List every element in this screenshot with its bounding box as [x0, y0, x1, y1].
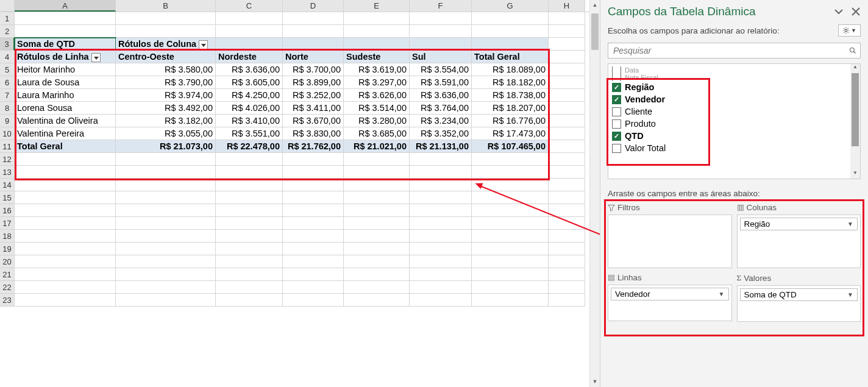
chevron-down-icon[interactable]: ▼ [847, 221, 853, 227]
field-item-data[interactable]: Data [608, 66, 860, 74]
field-list-scrollbar[interactable]: ▲ ▼ [850, 64, 860, 179]
scroll-thumb[interactable] [852, 73, 859, 146]
pivot-data-cell[interactable]: R$ 3.252,00 [283, 89, 344, 102]
pivot-data-cell[interactable]: R$ 3.636,00 [216, 63, 283, 76]
area-columns[interactable]: Colunas Região▼ [737, 203, 861, 268]
pivot-data-cell[interactable]: R$ 3.700,00 [283, 63, 344, 76]
pivot-data-cell[interactable]: R$ 3.899,00 [283, 76, 344, 89]
row-header[interactable]: 14 [0, 179, 15, 191]
pivot-data-cell[interactable]: R$ 3.410,00 [216, 115, 283, 127]
area-values[interactable]: ΣValores Soma de QTD▼ [737, 273, 861, 322]
pivot-data-cell[interactable]: R$ 3.670,00 [283, 115, 344, 127]
search-input[interactable] [612, 45, 849, 56]
pivot-data-cell[interactable]: R$ 3.974,00 [116, 89, 216, 102]
field-item-cliente[interactable]: Cliente [608, 105, 860, 118]
chevron-down-icon[interactable] [834, 7, 844, 16]
field-item-produto[interactable]: Produto [608, 118, 860, 130]
pivot-data-cell[interactable]: R$ 3.234,00 [410, 115, 472, 127]
field-item-vendedor[interactable]: ✓Vendedor [608, 93, 860, 105]
pivot-data-cell[interactable]: R$ 18.182,00 [472, 76, 549, 89]
pivot-data-cell[interactable]: R$ 3.619,00 [344, 63, 410, 76]
row-header[interactable]: 23 [0, 294, 15, 307]
checkbox[interactable] [612, 74, 621, 81]
pivot-col-header[interactable]: Nordeste [216, 51, 283, 63]
row-header[interactable]: 4 [0, 51, 15, 63]
pivot-row-label[interactable]: Lorena Sousa [15, 102, 116, 115]
field-item-região[interactable]: ✓Região [608, 81, 860, 93]
pivot-row-label[interactable]: Laura de Sousa [15, 76, 116, 89]
pivot-data-cell[interactable]: R$ 3.685,00 [344, 127, 410, 140]
row-header[interactable]: 19 [0, 243, 15, 255]
row-header[interactable]: 10 [0, 127, 15, 140]
pivot-data-cell[interactable]: R$ 3.636,00 [410, 89, 472, 102]
pivot-data-cell[interactable]: R$ 3.182,00 [116, 115, 216, 127]
scroll-up-icon[interactable]: ▲ [590, 0, 600, 10]
row-header[interactable]: 5 [0, 63, 15, 76]
col-header-A[interactable]: A [15, 0, 116, 12]
col-header-E[interactable]: E [344, 0, 410, 12]
row-header[interactable]: 18 [0, 230, 15, 243]
chevron-down-icon[interactable]: ▼ [847, 291, 853, 298]
checkbox[interactable]: ✓ [612, 132, 621, 141]
pivot-col-header[interactable]: Total Geral [472, 51, 549, 63]
pivot-data-cell[interactable]: R$ 18.089,00 [472, 63, 549, 76]
tools-button[interactable]: ▼ [838, 24, 861, 37]
pivot-data-cell[interactable]: R$ 3.514,00 [344, 102, 410, 115]
row-header[interactable]: 17 [0, 217, 15, 230]
pivot-data-cell[interactable]: R$ 3.554,00 [410, 63, 472, 76]
pivot-row-label[interactable]: Laura Marinho [15, 89, 116, 102]
row-header[interactable]: 20 [0, 255, 15, 268]
field-item-qtd[interactable]: ✓QTD [608, 130, 860, 142]
pivot-row-label[interactable]: Valentina Pereira [15, 127, 116, 140]
field-item-nota-fiscal[interactable]: Nota Fiscal [608, 74, 860, 81]
col-header-G[interactable]: G [472, 0, 549, 12]
close-icon[interactable] [851, 7, 861, 16]
pivot-data-cell[interactable]: R$ 3.764,00 [410, 102, 472, 115]
search-input-wrapper[interactable] [608, 43, 861, 59]
row-header[interactable]: 16 [0, 204, 15, 217]
grand-total-cell[interactable]: R$ 107.465,00 [472, 140, 549, 153]
row-header[interactable]: 6 [0, 76, 15, 89]
pivot-data-cell[interactable]: R$ 3.580,00 [116, 63, 216, 76]
pivot-data-cell[interactable]: R$ 16.776,00 [472, 115, 549, 127]
col-header-C[interactable]: C [216, 0, 283, 12]
pivot-data-cell[interactable]: R$ 3.492,00 [116, 102, 216, 115]
field-list[interactable]: DataNota Fiscal✓Região✓VendedorClientePr… [608, 63, 861, 179]
spreadsheet-grid[interactable]: A B C D E F G H 1 2 3 Soma de QTD Rótulo… [0, 0, 600, 387]
pivot-data-cell[interactable]: R$ 4.250,00 [216, 89, 283, 102]
row-header[interactable]: 3 [0, 38, 15, 51]
pivot-row-labels[interactable]: Rótulos de Linha [15, 51, 116, 63]
grand-total-cell[interactable]: R$ 21.762,00 [283, 140, 344, 153]
row-header[interactable]: 22 [0, 281, 15, 294]
pivot-data-cell[interactable]: R$ 17.473,00 [472, 127, 549, 140]
pivot-data-cell[interactable]: R$ 3.280,00 [344, 115, 410, 127]
row-header[interactable]: 13 [0, 166, 15, 179]
filter-dropdown-icon[interactable] [91, 53, 101, 62]
area-chip-soma-qtd[interactable]: Soma de QTD▼ [740, 288, 858, 301]
checkbox[interactable] [612, 107, 621, 116]
scroll-down-icon[interactable]: ▼ [590, 377, 600, 387]
pivot-col-header[interactable]: Sul [410, 51, 472, 63]
col-header-H[interactable]: H [549, 0, 585, 12]
select-all-corner[interactable] [0, 0, 15, 12]
filter-dropdown-icon[interactable] [199, 40, 208, 49]
row-header[interactable]: 8 [0, 102, 15, 115]
row-header[interactable]: 9 [0, 115, 15, 127]
pivot-data-cell[interactable]: R$ 3.352,00 [410, 127, 472, 140]
area-filters[interactable]: Filtros [608, 203, 732, 268]
pivot-col-header[interactable]: Centro-Oeste [116, 51, 216, 63]
grand-total-cell[interactable]: R$ 22.478,00 [216, 140, 283, 153]
col-header-B[interactable]: B [116, 0, 216, 12]
field-item-valor-total[interactable]: Valor Total [608, 142, 860, 154]
pivot-measure-label[interactable]: Soma de QTD [15, 38, 116, 51]
row-header[interactable]: 11 [0, 140, 15, 153]
row-header[interactable]: 7 [0, 89, 15, 102]
area-chip-regiao[interactable]: Região▼ [740, 218, 858, 230]
pivot-data-cell[interactable]: R$ 18.738,00 [472, 89, 549, 102]
row-header[interactable]: 1 [0, 12, 15, 25]
pivot-col-header[interactable]: Sudeste [344, 51, 410, 63]
pivot-data-cell[interactable]: R$ 3.790,00 [116, 76, 216, 89]
area-chip-vendedor[interactable]: Vendedor▼ [611, 288, 729, 300]
pivot-data-cell[interactable]: R$ 3.297,00 [344, 76, 410, 89]
area-rows[interactable]: Linhas Vendedor▼ [608, 273, 732, 322]
